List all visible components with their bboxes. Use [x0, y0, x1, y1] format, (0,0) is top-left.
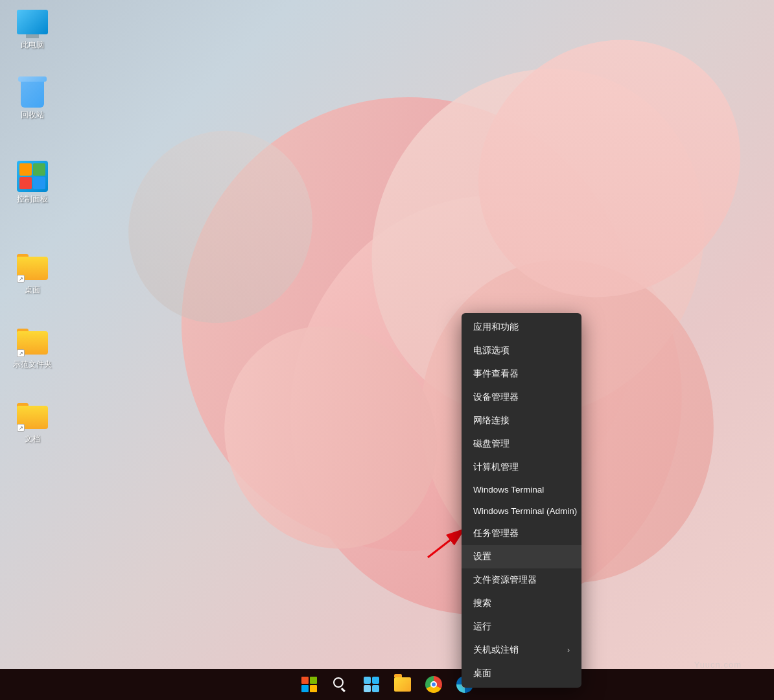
widgets-icon	[364, 677, 379, 692]
widgets-button[interactable]	[357, 670, 386, 699]
watermark: Yuucn.com	[694, 660, 742, 670]
file-explorer-button[interactable]	[388, 670, 417, 699]
menu-item-task-manager[interactable]: 任务管理器	[462, 522, 581, 545]
desktop-icon-this-pc[interactable]: 此电脑	[6, 6, 58, 51]
menu-item-device-manager[interactable]: 设备管理器	[462, 386, 581, 409]
chrome-button[interactable]	[419, 670, 448, 699]
desktop-icon-recycle-bin[interactable]: 回收站	[6, 76, 58, 121]
icon-label-folder-desktop: 桌面	[25, 285, 40, 296]
chrome-icon	[425, 676, 442, 693]
explorer-icon	[394, 677, 411, 692]
context-menu: 应用和功能 电源选项 事件查看器 设备管理器 网络连接 磁盘管理 计算机管理 W…	[462, 313, 581, 688]
menu-item-windows-terminal-admin[interactable]: Windows Terminal (Admin)	[462, 500, 581, 522]
desktop: 此电脑 回收站 控制面板 ↗ 桌面	[0, 0, 774, 700]
submenu-arrow-shutdown: ›	[567, 646, 570, 655]
menu-item-search[interactable]: 搜索	[462, 592, 581, 615]
desktop-icon-folder-desktop[interactable]: ↗ 桌面	[6, 251, 58, 296]
windows-logo-icon	[301, 677, 317, 692]
menu-item-apps-features[interactable]: 应用和功能	[462, 316, 581, 339]
desktop-icon-control-panel[interactable]: 控制面板	[6, 161, 58, 205]
desktop-icon-folder-docs[interactable]: ↗ 文档	[6, 401, 58, 445]
menu-item-windows-terminal[interactable]: Windows Terminal	[462, 479, 581, 500]
menu-item-desktop[interactable]: 桌面	[462, 662, 581, 685]
taskbar	[0, 669, 774, 700]
search-icon	[333, 677, 347, 692]
menu-item-shutdown[interactable]: 关机或注销 ›	[462, 638, 581, 662]
icon-label-this-pc: 此电脑	[21, 40, 44, 51]
menu-item-disk-management[interactable]: 磁盘管理	[462, 432, 581, 456]
menu-item-power-options[interactable]: 电源选项	[462, 339, 581, 362]
menu-item-network-connections[interactable]: 网络连接	[462, 409, 581, 432]
icon-label-recycle-bin: 回收站	[21, 110, 44, 121]
start-button[interactable]	[295, 670, 323, 699]
desktop-icon-folder-files[interactable]: ↗ 示范文件夹	[6, 326, 58, 370]
menu-item-event-viewer[interactable]: 事件查看器	[462, 362, 581, 386]
icon-label-folder-files: 示范文件夹	[13, 360, 52, 370]
menu-item-file-explorer[interactable]: 文件资源管理器	[462, 568, 581, 592]
search-button[interactable]	[326, 670, 355, 699]
menu-item-computer-management[interactable]: 计算机管理	[462, 456, 581, 479]
menu-item-settings[interactable]: 设置	[462, 545, 581, 568]
icon-label-folder-docs: 文档	[25, 434, 40, 445]
taskbar-center	[295, 670, 479, 699]
icon-label-control-panel: 控制面板	[17, 194, 48, 205]
menu-item-run[interactable]: 运行	[462, 615, 581, 638]
